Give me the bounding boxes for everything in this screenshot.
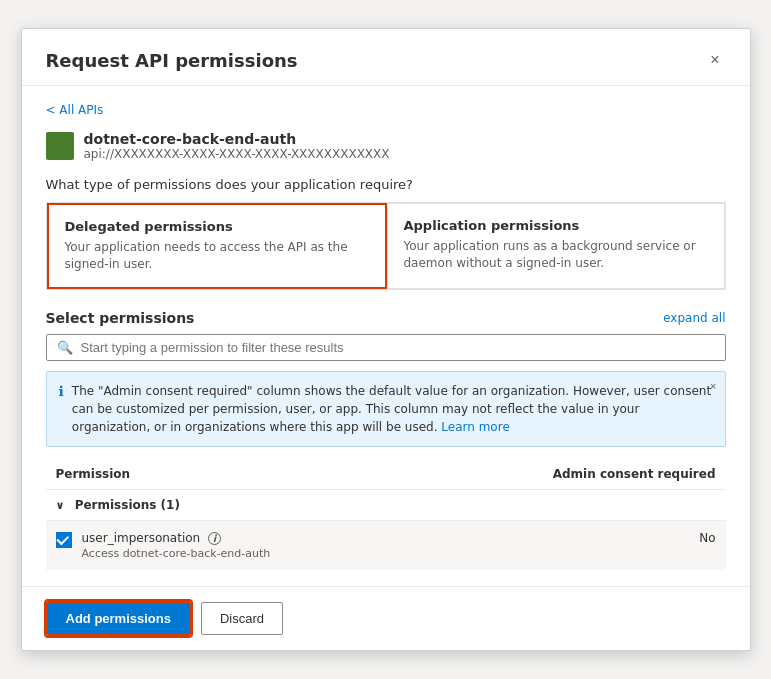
api-details: dotnet-core-back-end-auth api://XXXXXXXX… bbox=[84, 131, 390, 161]
permissions-table: Permission Admin consent required ∨ Perm… bbox=[46, 459, 726, 570]
user-impersonation-checkbox[interactable] bbox=[56, 532, 72, 548]
discard-button[interactable]: Discard bbox=[201, 602, 283, 635]
dialog-footer: Add permissions Discard bbox=[22, 586, 750, 650]
info-banner-close-button[interactable]: × bbox=[710, 380, 716, 392]
delegated-permissions-desc: Your application needs to access the API… bbox=[65, 239, 369, 273]
info-banner-text: The "Admin consent required" column show… bbox=[72, 382, 713, 436]
permission-column-header: Permission bbox=[46, 459, 428, 490]
admin-consent-cell: No bbox=[428, 520, 726, 570]
permissions-type-question: What type of permissions does your appli… bbox=[46, 177, 726, 192]
api-name: dotnet-core-back-end-auth bbox=[84, 131, 390, 147]
select-permissions-header: Select permissions expand all bbox=[46, 310, 726, 326]
close-button[interactable]: × bbox=[704, 47, 725, 73]
perm-name-label: user_impersonation i bbox=[82, 531, 271, 545]
application-permissions-title: Application permissions bbox=[404, 218, 708, 233]
application-permissions-desc: Your application runs as a background se… bbox=[404, 238, 708, 272]
perm-name-text: user_impersonation i Access dotnet-core-… bbox=[82, 531, 271, 560]
delegated-permissions-title: Delegated permissions bbox=[65, 219, 369, 234]
dialog-body: < All APIs dotnet-core-back-end-auth api… bbox=[22, 86, 750, 586]
permission-search-box: 🔍 bbox=[46, 334, 726, 361]
search-icon: 🔍 bbox=[57, 340, 73, 355]
info-icon: ℹ bbox=[59, 383, 64, 399]
api-info: dotnet-core-back-end-auth api://XXXXXXXX… bbox=[46, 131, 726, 161]
back-link[interactable]: < All APIs bbox=[46, 103, 104, 117]
add-permissions-button[interactable]: Add permissions bbox=[46, 601, 191, 636]
search-input[interactable] bbox=[81, 340, 715, 355]
select-permissions-label: Select permissions bbox=[46, 310, 195, 326]
permissions-group-row[interactable]: ∨ Permissions (1) bbox=[46, 489, 726, 520]
permissions-type-row: Delegated permissions Your application n… bbox=[46, 202, 726, 290]
perm-info-icon: i bbox=[208, 532, 221, 545]
info-banner: ℹ The "Admin consent required" column sh… bbox=[46, 371, 726, 447]
perm-name-cell-inner: user_impersonation i Access dotnet-core-… bbox=[56, 531, 418, 560]
delegated-permissions-card[interactable]: Delegated permissions Your application n… bbox=[47, 203, 387, 289]
permission-name-cell: user_impersonation i Access dotnet-core-… bbox=[46, 520, 428, 570]
request-api-permissions-dialog: Request API permissions × < All APIs dot… bbox=[21, 28, 751, 651]
chevron-down-icon: ∨ bbox=[56, 499, 65, 512]
dialog-title: Request API permissions bbox=[46, 50, 298, 71]
permissions-group-label: ∨ Permissions (1) bbox=[46, 489, 726, 520]
admin-consent-column-header: Admin consent required bbox=[428, 459, 726, 490]
api-icon bbox=[46, 132, 74, 160]
learn-more-link[interactable]: Learn more bbox=[441, 420, 509, 434]
expand-all-link[interactable]: expand all bbox=[663, 311, 725, 325]
perm-desc-text: Access dotnet-core-back-end-auth bbox=[82, 547, 271, 560]
table-row: user_impersonation i Access dotnet-core-… bbox=[46, 520, 726, 570]
dialog-header: Request API permissions × bbox=[22, 29, 750, 86]
api-uri: api://XXXXXXXX-XXXX-XXXX-XXXX-XXXXXXXXXX… bbox=[84, 147, 390, 161]
application-permissions-card[interactable]: Application permissions Your application… bbox=[387, 203, 725, 289]
